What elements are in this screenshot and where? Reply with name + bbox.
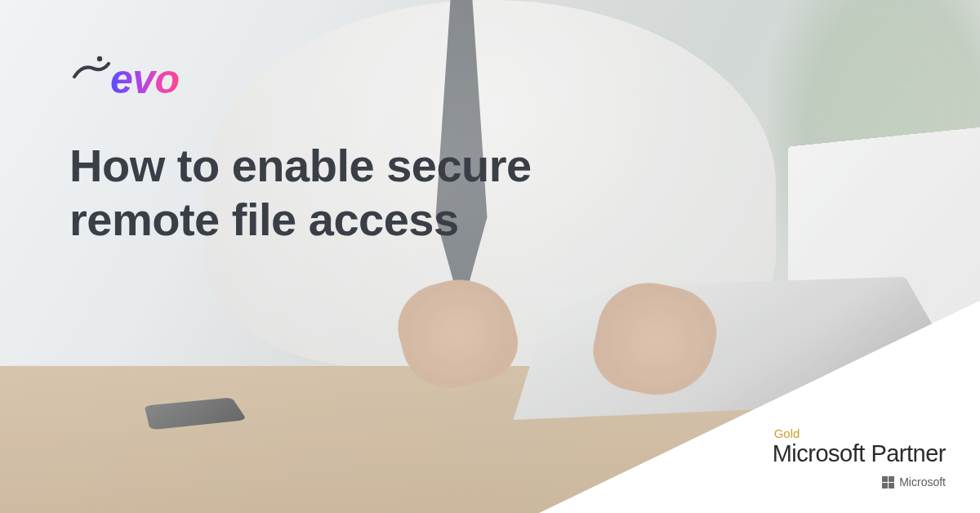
headline: How to enable secure remote file access (69, 139, 682, 247)
content-area: evo How to enable secure remote file acc… (0, 0, 980, 302)
eir-evo-logo: evo (69, 56, 180, 103)
partner-tier: Gold (774, 426, 946, 440)
partner-program: Microsoft Partner (773, 440, 946, 467)
evo-wordmark: evo (110, 56, 180, 103)
microsoft-brand: Microsoft (773, 475, 946, 488)
microsoft-logo-icon (882, 476, 894, 488)
microsoft-partner-badge: Gold Microsoft Partner Microsoft (773, 426, 946, 488)
svg-point-0 (97, 56, 102, 61)
microsoft-name: Microsoft (899, 475, 946, 488)
headline-line-1: How to enable secure (69, 140, 532, 191)
headline-line-2: remote file access (69, 194, 459, 245)
